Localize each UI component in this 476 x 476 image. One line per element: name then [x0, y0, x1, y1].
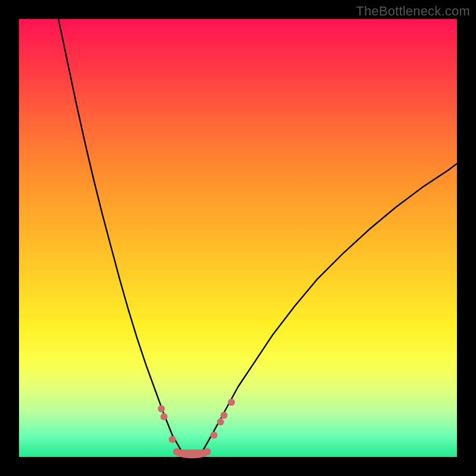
left-lower-dot — [169, 436, 176, 443]
plot-area — [19, 19, 457, 457]
left-upper-dot-2 — [161, 413, 168, 420]
series-right-branch — [203, 164, 457, 450]
left-upper-dot — [158, 405, 165, 412]
chart-svg — [19, 19, 457, 457]
series-left-branch — [58, 19, 181, 450]
chart-frame: TheBottleneck.com — [0, 0, 476, 476]
series-group — [58, 19, 457, 455]
markers-group — [158, 399, 235, 443]
right-upper-dot — [228, 399, 235, 406]
right-mid-dot-2 — [220, 412, 227, 419]
right-mid-dot — [217, 418, 224, 425]
series-floor-segment — [177, 452, 208, 455]
watermark-text: TheBottleneck.com — [356, 4, 470, 19]
right-low-dot — [211, 431, 218, 439]
